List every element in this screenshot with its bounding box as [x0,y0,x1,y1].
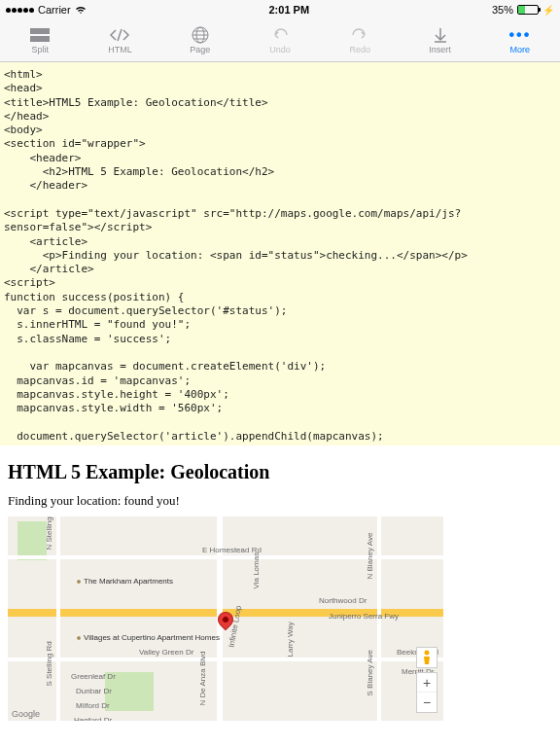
undo-icon [269,26,291,44]
preview-heading: HTML 5 Example: Geolocation [8,461,552,483]
svg-rect-0 [30,28,50,34]
zoom-out-button[interactable]: − [417,693,437,712]
redo-button[interactable]: Redo [320,26,400,54]
carrier-label: Carrier [38,4,71,16]
road-label: Dunbar Dr [76,687,112,695]
status-line: Finding your location: found you! [8,493,552,509]
map-canvas[interactable]: E Homestead Rd Juniperro Serra Fwy North… [8,516,443,721]
code-editor[interactable]: <html> <head> <title>HTML5 Example: Geol… [0,62,560,445]
road-label: Valley Green Dr [139,648,193,657]
code-icon [109,26,130,44]
undo-button[interactable]: Undo [240,26,320,54]
split-icon [29,26,51,44]
road-label: Greenleaf Dr [71,672,116,681]
road-label: Via Lomas [252,552,261,589]
road-label: S Blaney Ave [366,650,374,695]
road-label: N Stelling Rd [45,516,53,551]
google-logo: Google [12,709,40,719]
road-label: N De Anza Blvd [198,651,207,705]
status-bar: Carrier 2:01 PM 35% ⚡ [0,0,560,19]
more-button[interactable]: ••• More [480,26,560,54]
road-label: Northwood Dr [319,596,367,605]
street-view-button[interactable] [416,647,438,668]
road-label: Juniperro Serra Fwy [329,612,399,621]
insert-icon [430,26,451,44]
zoom-in-button[interactable]: + [417,673,437,693]
charging-icon: ⚡ [542,5,554,16]
svg-rect-1 [30,36,50,42]
road-label: Hanford Dr [74,716,112,721]
poi-markham: The Markham Apartments [76,577,173,586]
poi-villages: Villages at Cupertino Apartment Homes [76,633,220,642]
globe-icon [190,26,211,44]
page-button[interactable]: Page [160,26,240,54]
road-label: N Blaney Ave [366,533,374,580]
wifi-icon [75,6,87,15]
battery-percent: 35% [492,4,513,16]
zoom-controls: + − [416,672,438,713]
road-label: Milford Dr [76,701,110,710]
clock: 2:01 PM [269,4,310,16]
battery-icon [517,5,539,15]
split-button[interactable]: Split [0,26,80,54]
redo-icon [349,26,370,44]
insert-button[interactable]: Insert [400,26,479,54]
more-icon: ••• [509,26,531,44]
toolbar: Split HTML Page Undo Redo Insert ••• Mor… [0,19,560,62]
svg-point-7 [425,651,430,656]
status-value: found you! [124,493,180,508]
map-pin[interactable] [218,612,233,627]
preview-pane: HTML 5 Example: Geolocation Finding your… [0,445,560,729]
html-button[interactable]: HTML [80,26,159,54]
signal-icon [6,8,34,13]
road-label: Larry Way [286,622,295,657]
road-label: S Stelling Rd [45,641,53,686]
